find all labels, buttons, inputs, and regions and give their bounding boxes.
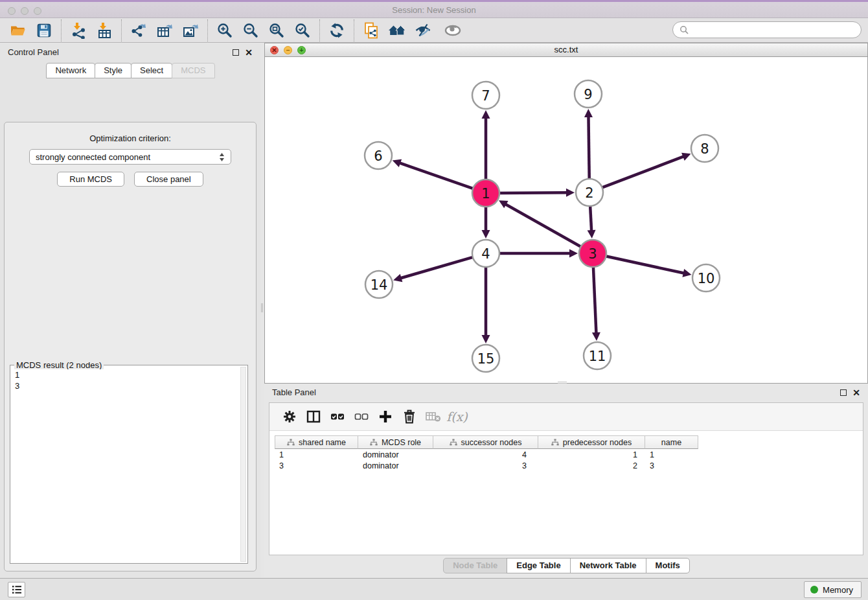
tab-select[interactable]: Select (131, 63, 172, 78)
cell-MCDS-role[interactable]: dominator (358, 461, 433, 471)
graph-edge-arrowhead (682, 269, 691, 277)
zoom-out-icon (242, 22, 259, 39)
graph-edge-2-3[interactable] (590, 205, 591, 231)
network-maximize-button[interactable]: + (297, 46, 306, 54)
import-network-icon (70, 22, 87, 39)
search-input[interactable] (692, 25, 854, 35)
export-table-button[interactable] (152, 19, 177, 41)
mcds-result-value: 1 (12, 369, 240, 380)
split-panel-icon (306, 410, 321, 424)
column-header-MCDS-role[interactable]: MCDS role (358, 435, 433, 449)
window-controls[interactable] (8, 7, 41, 15)
mcds-result-title: MCDS result (2 nodes) (14, 360, 104, 370)
minimize-window-button[interactable] (21, 7, 29, 15)
delete-column-button[interactable] (397, 405, 421, 428)
deselect-all-button[interactable] (349, 405, 373, 428)
save-session-button[interactable] (31, 19, 57, 41)
tab-edge-table[interactable]: Edge Table (507, 558, 570, 573)
memory-status-dot (810, 586, 818, 594)
zoom-window-button[interactable] (34, 7, 41, 15)
graph-edge-3-10[interactable] (605, 256, 685, 273)
export-network-button[interactable] (126, 19, 152, 41)
tab-style[interactable]: Style (95, 63, 131, 78)
close-window-button[interactable] (8, 7, 16, 15)
tab-mcds[interactable]: MCDS (172, 63, 214, 78)
criterion-dropdown[interactable]: strongly connected component (29, 149, 231, 165)
select-all-button[interactable] (325, 405, 349, 428)
float-panel-icon[interactable] (233, 49, 239, 56)
close-table-panel-icon[interactable]: ✕ (852, 389, 860, 396)
cell-shared-name[interactable]: 1 (275, 450, 358, 460)
memory-button[interactable]: Memory (804, 581, 862, 598)
home-neighbors-button[interactable] (384, 19, 410, 41)
function-builder-button[interactable]: f(x) (445, 405, 469, 428)
refresh-icon (328, 22, 345, 39)
cell-successor-nodes[interactable]: 3 (433, 461, 538, 471)
graph-node-label: 14 (371, 277, 388, 293)
tab-node-table[interactable]: Node Table (443, 558, 507, 573)
column-header-predecessor-nodes[interactable]: predecessor nodes (538, 435, 645, 449)
hide-selected-button[interactable] (410, 19, 436, 41)
run-mcds-button[interactable]: Run MCDS (57, 172, 124, 187)
column-header-label: successor nodes (461, 438, 522, 447)
export-image-button[interactable] (177, 19, 203, 41)
cell-successor-nodes[interactable]: 4 (433, 450, 538, 460)
export-image-icon (182, 22, 199, 39)
table-header-row[interactable]: shared nameMCDS rolesuccessor nodesprede… (275, 435, 863, 449)
import-table-button[interactable] (91, 19, 117, 41)
tab-network[interactable]: Network (46, 63, 95, 78)
graph-node-label: 4 (481, 246, 490, 262)
table-panel-title: Table Panel (272, 387, 316, 397)
cell-name[interactable]: 3 (645, 461, 698, 471)
clone-network-button[interactable] (358, 19, 384, 41)
network-close-button[interactable]: ✕ (270, 46, 279, 54)
import-network-button[interactable] (65, 19, 91, 41)
split-panel-button[interactable] (301, 405, 325, 428)
graph-edge-1-2[interactable] (498, 192, 567, 193)
column-header-successor-nodes[interactable]: successor nodes (433, 435, 538, 449)
cell-MCDS-role[interactable]: dominator (358, 450, 433, 460)
fit-content-button[interactable] (264, 19, 290, 41)
zoom-in-button[interactable] (212, 19, 238, 41)
close-panel-icon[interactable]: ✕ (245, 49, 253, 56)
network-canvas[interactable]: 7968124314101511 (265, 57, 867, 383)
tab-network-table[interactable]: Network Table (570, 558, 646, 573)
graph-node-label: 7 (481, 88, 490, 104)
vertical-splitter-handle[interactable] (261, 303, 263, 312)
delete-table-button[interactable] (421, 405, 445, 428)
close-panel-button[interactable]: Close panel (134, 172, 203, 187)
table-settings-button[interactable] (277, 405, 301, 428)
cell-shared-name[interactable]: 3 (275, 461, 358, 471)
tab-motifs[interactable]: Motifs (646, 558, 690, 573)
zoom-out-button[interactable] (238, 19, 264, 41)
zoom-in-icon (216, 22, 233, 39)
cell-name[interactable]: 1 (645, 450, 698, 460)
graph-edge-3-11[interactable] (593, 266, 597, 334)
graph-edge-2-8[interactable] (601, 156, 684, 188)
task-history-button[interactable] (8, 582, 25, 597)
network-window-titlebar[interactable]: ✕ – + scc.txt (265, 43, 867, 57)
zoom-selected-button[interactable] (290, 19, 315, 41)
apply-layout-button[interactable] (324, 19, 350, 41)
cell-predecessor-nodes[interactable]: 2 (538, 461, 645, 471)
graph-edge-1-6[interactable] (399, 163, 474, 189)
search-field[interactable] (672, 21, 862, 38)
column-header-name[interactable]: name (645, 435, 698, 449)
table-row[interactable]: 1dominator411 (275, 450, 863, 460)
cell-predecessor-nodes[interactable]: 1 (538, 450, 645, 460)
float-table-panel-icon[interactable] (840, 389, 847, 396)
graph-edge-4-14[interactable] (400, 257, 474, 278)
table-row[interactable]: 3dominator323 (275, 461, 863, 471)
network-minimize-button[interactable]: – (284, 46, 292, 54)
open-session-button[interactable] (5, 19, 31, 41)
table-body: 1dominator4113dominator323 (275, 450, 863, 471)
graph-edge-3-1[interactable] (505, 204, 582, 248)
graph-edge-2-9[interactable] (588, 116, 589, 180)
result-scrollbar[interactable] (240, 367, 246, 562)
add-column-button[interactable] (373, 405, 397, 428)
mcds-tab-content: Optimization criterion: strongly connect… (4, 122, 257, 571)
mcds-result-list[interactable]: 13 (12, 369, 240, 562)
plus-icon (378, 409, 393, 424)
column-header-shared-name[interactable]: shared name (275, 435, 358, 449)
show-all-button[interactable] (440, 19, 466, 41)
